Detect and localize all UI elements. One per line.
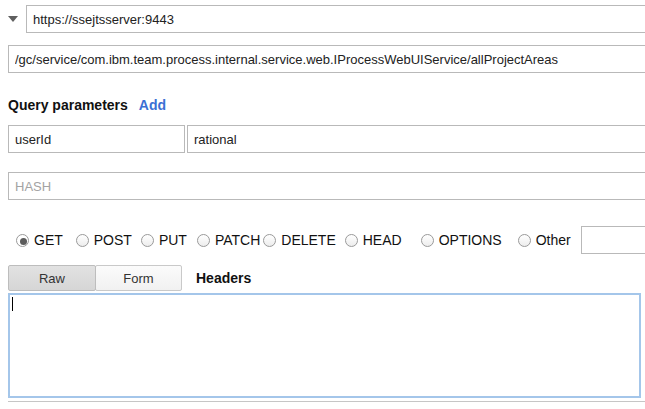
radio-icon[interactable] <box>263 234 276 247</box>
headers-label: Headers <box>196 270 251 286</box>
query-parameters-header: Query parameters Add <box>0 97 645 113</box>
body-tabs-row: Raw Form Headers <box>0 265 645 291</box>
radio-icon[interactable] <box>16 234 29 247</box>
path-row <box>0 45 645 73</box>
method-label: DELETE <box>281 232 335 248</box>
method-radio-other[interactable]: Other <box>518 232 571 248</box>
hash-input[interactable] <box>8 172 645 200</box>
url-bar-row <box>0 5 645 33</box>
method-selector-row: GET POST PUT PATCH DELETE HEAD OPTIONS O… <box>0 226 645 254</box>
method-label: PATCH <box>215 232 260 248</box>
form-tab-button[interactable]: Form <box>95 265 182 291</box>
param-value-input[interactable] <box>187 125 645 153</box>
method-radio-head[interactable]: HEAD <box>345 232 402 248</box>
base-url-input[interactable] <box>26 5 645 33</box>
method-label: GET <box>34 232 63 248</box>
method-label: OPTIONS <box>439 232 502 248</box>
method-radio-post[interactable]: POST <box>76 232 132 248</box>
query-parameter-row <box>0 125 645 153</box>
param-key-input[interactable] <box>8 125 185 153</box>
radio-icon[interactable] <box>518 234 531 247</box>
url-dropdown-icon[interactable] <box>8 16 18 22</box>
radio-icon[interactable] <box>76 234 89 247</box>
method-radio-delete[interactable]: DELETE <box>263 232 335 248</box>
method-radio-get[interactable]: GET <box>16 232 63 248</box>
query-parameters-label: Query parameters <box>8 97 128 113</box>
method-label: HEAD <box>363 232 402 248</box>
other-method-input[interactable] <box>581 226 645 254</box>
request-path-input[interactable] <box>8 45 645 73</box>
text-caret <box>12 297 13 311</box>
method-radio-patch[interactable]: PATCH <box>197 232 260 248</box>
radio-icon[interactable] <box>197 234 210 247</box>
add-parameter-link[interactable]: Add <box>139 97 166 113</box>
method-radio-put[interactable]: PUT <box>141 232 187 248</box>
body-editor-row <box>0 293 645 398</box>
method-radio-options[interactable]: OPTIONS <box>421 232 502 248</box>
radio-icon[interactable] <box>421 234 434 247</box>
method-label: PUT <box>159 232 187 248</box>
radio-icon[interactable] <box>141 234 154 247</box>
headers-body-textarea[interactable] <box>8 293 641 398</box>
method-label: Other <box>536 232 571 248</box>
raw-tab-button[interactable]: Raw <box>8 265 96 291</box>
divider <box>8 401 645 402</box>
hash-row <box>0 172 645 200</box>
radio-icon[interactable] <box>345 234 358 247</box>
method-label: POST <box>94 232 132 248</box>
